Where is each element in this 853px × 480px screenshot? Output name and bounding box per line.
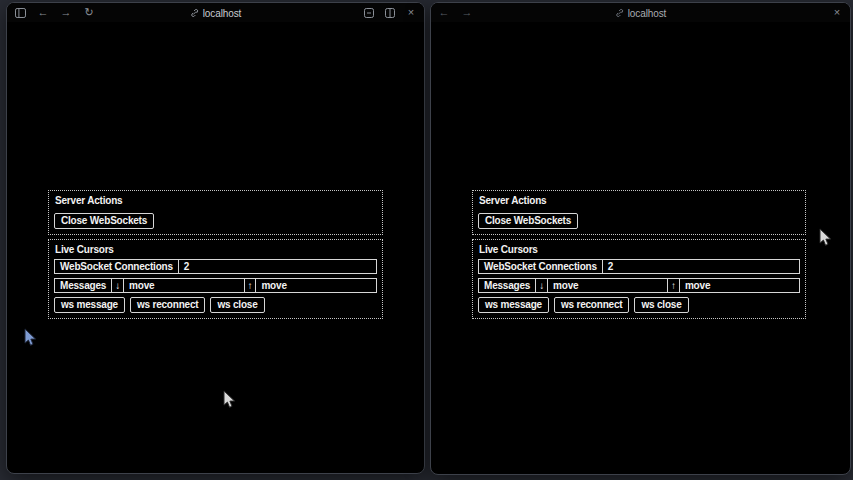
outgoing-message-value: move: [679, 279, 799, 292]
toolbar-nav-group: ← → ↻: [14, 7, 95, 18]
live-cursors-panel: Live Cursors WebSocket Connections 2 Mes…: [48, 239, 383, 319]
close-window-icon[interactable]: ×: [405, 7, 417, 18]
sidebar-toggle-icon[interactable]: [14, 8, 26, 18]
connections-label: WebSocket Connections: [479, 260, 602, 273]
url-text: localhost: [203, 7, 242, 18]
ws-reconnect-button[interactable]: ws reconnect: [554, 297, 630, 313]
url-text: localhost: [628, 7, 667, 18]
server-actions-panel: Server Actions Close WebSockets: [472, 190, 806, 235]
live-cursors-panel: Live Cursors WebSocket Connections 2 Mes…: [472, 239, 806, 319]
close-websockets-button[interactable]: Close WebSockets: [478, 213, 578, 229]
ws-buttons-row: ws message ws reconnect ws close: [54, 297, 377, 313]
page-content-right: Server Actions Close WebSockets Live Cur…: [472, 190, 806, 319]
forward-icon[interactable]: →: [60, 7, 72, 18]
url-bar[interactable]: localhost: [615, 7, 667, 18]
browser-toolbar-right[interactable]: ← → localhost ×: [431, 3, 850, 22]
server-actions-title: Server Actions: [479, 195, 800, 206]
outgoing-message-value: move: [255, 279, 376, 292]
close-websockets-button[interactable]: Close WebSockets: [54, 213, 154, 229]
connections-value: 2: [178, 260, 376, 273]
live-cursors-title: Live Cursors: [479, 244, 800, 255]
ws-close-button[interactable]: ws close: [634, 297, 688, 313]
toolbar-actions-group: ×: [363, 7, 417, 18]
incoming-arrow-icon: ↓: [111, 279, 123, 292]
incoming-message-value: move: [123, 279, 244, 292]
toolbar-nav-group: ← →: [438, 7, 473, 18]
messages-label: Messages: [479, 279, 535, 292]
outgoing-arrow-icon: ↑: [244, 279, 256, 292]
link-icon: [190, 8, 199, 17]
server-actions-panel: Server Actions Close WebSockets: [48, 190, 383, 235]
incoming-message-value: move: [547, 279, 667, 292]
forward-icon[interactable]: →: [461, 7, 473, 18]
back-icon[interactable]: ←: [438, 7, 450, 18]
browser-window-right: ← → localhost × Server Actions Close Web…: [430, 2, 851, 475]
messages-label: Messages: [55, 279, 111, 292]
messages-row: Messages ↓ move ↑ move: [478, 278, 800, 293]
incoming-arrow-icon: ↓: [535, 279, 547, 292]
connections-value: 2: [602, 260, 799, 273]
reload-icon[interactable]: ↻: [83, 7, 95, 18]
url-bar[interactable]: localhost: [190, 7, 242, 18]
ws-buttons-row: ws message ws reconnect ws close: [478, 297, 800, 313]
ws-message-button[interactable]: ws message: [54, 297, 125, 313]
back-icon[interactable]: ←: [37, 7, 49, 18]
browser-window-left: ← → ↻ localhost: [6, 2, 425, 474]
websocket-connections-row: WebSocket Connections 2: [54, 259, 377, 274]
split-view-icon[interactable]: [384, 8, 396, 18]
close-window-icon[interactable]: ×: [831, 7, 843, 18]
ws-message-button[interactable]: ws message: [478, 297, 549, 313]
ws-close-button[interactable]: ws close: [210, 297, 264, 313]
page-content-left: Server Actions Close WebSockets Live Cur…: [48, 190, 383, 319]
toolbar-actions-group: ×: [831, 7, 843, 18]
ws-reconnect-button[interactable]: ws reconnect: [130, 297, 206, 313]
live-cursors-title: Live Cursors: [55, 244, 377, 255]
websocket-connections-row: WebSocket Connections 2: [478, 259, 800, 274]
outgoing-arrow-icon: ↑: [667, 279, 679, 292]
server-actions-title: Server Actions: [55, 195, 377, 206]
reader-view-icon[interactable]: [363, 8, 375, 18]
desktop: { "desktop": { "background": "#282b33" }…: [0, 0, 853, 480]
browser-toolbar-left[interactable]: ← → ↻ localhost: [7, 3, 424, 22]
connections-label: WebSocket Connections: [55, 260, 178, 273]
link-icon: [615, 8, 624, 17]
messages-row: Messages ↓ move ↑ move: [54, 278, 377, 293]
